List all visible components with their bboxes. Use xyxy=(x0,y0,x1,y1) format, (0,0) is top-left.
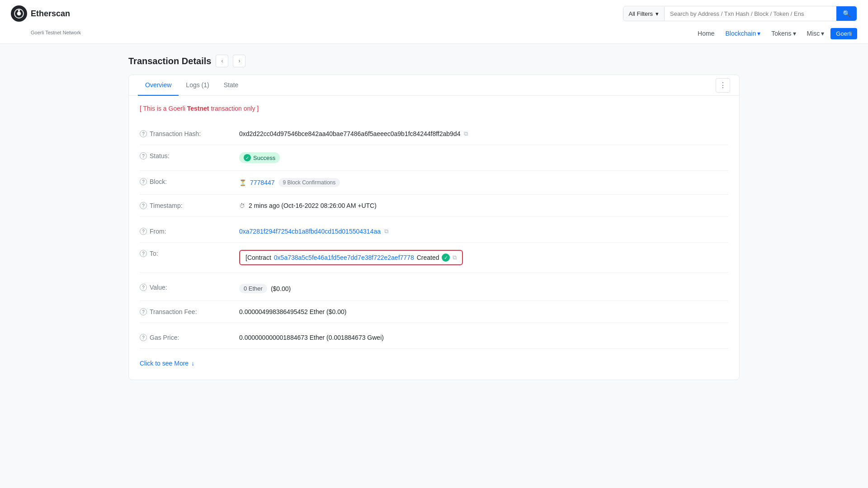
block-row: ? Block: ⏳ 7778447 9 Block Confirmations xyxy=(140,171,728,195)
filter-dropdown[interactable]: All Filters ▾ xyxy=(623,7,665,21)
contract-check-icon: ✓ xyxy=(442,253,450,262)
chevron-down-icon: ▾ xyxy=(656,10,659,17)
page-title: Transaction Details xyxy=(128,56,211,66)
timestamp-label: Timestamp: xyxy=(150,202,183,209)
logo-icon xyxy=(11,5,27,22)
value-usd: ($0.00) xyxy=(271,285,291,292)
nav-links: Home Blockchain ▾ Tokens ▾ Misc ▾ Goerli xyxy=(693,27,857,40)
gas-price-value: 0.000000000001884673 Ether (0.001884673 … xyxy=(239,334,384,341)
value-row: ? Value: 0 Ether ($0.00) xyxy=(140,277,728,301)
timestamp-row: ? Timestamp: ⏱ 2 mins ago (Oct-16-2022 0… xyxy=(140,195,728,217)
tab-overview[interactable]: Overview xyxy=(138,75,179,96)
nav-blockchain[interactable]: Blockchain ▾ xyxy=(721,27,765,40)
value-help-icon[interactable]: ? xyxy=(140,284,147,291)
main-content: Transaction Details ‹ › Overview Logs (1… xyxy=(118,44,750,391)
contract-prefix-text: [Contract xyxy=(245,254,271,261)
nav-home[interactable]: Home xyxy=(693,27,719,40)
search-container: All Filters ▾ 🔍 xyxy=(623,6,857,21)
block-confirmations-badge: 9 Block Confirmations xyxy=(278,178,340,187)
from-row: ? From: 0xa7281f294f7254cb1a8fbd40cd15d0… xyxy=(140,221,728,243)
tab-state[interactable]: State xyxy=(217,75,246,96)
tabs: Overview Logs (1) State ⋮ xyxy=(129,75,739,96)
tab-logs[interactable]: Logs (1) xyxy=(179,75,216,96)
fee-help-icon[interactable]: ? xyxy=(140,308,147,315)
from-label: From: xyxy=(150,228,166,235)
next-tx-button[interactable]: › xyxy=(233,55,245,67)
blockchain-chevron-icon: ▾ xyxy=(757,30,760,37)
arrow-right-icon: › xyxy=(238,58,240,64)
filter-label: All Filters xyxy=(629,10,653,17)
header-right: All Filters ▾ 🔍 xyxy=(623,6,857,21)
page-title-area: Transaction Details ‹ › xyxy=(128,55,740,67)
prev-tx-button[interactable]: ‹ xyxy=(216,55,228,67)
status-help-icon[interactable]: ? xyxy=(140,152,147,160)
to-contract-box: [Contract 0x5a738a5c5fe46a1fd5ee7dd7e38f… xyxy=(239,250,463,265)
search-button[interactable]: 🔍 xyxy=(836,6,857,21)
arrow-left-icon: ‹ xyxy=(221,58,223,64)
testnet-alert: [ This is a Goerli Testnet transaction o… xyxy=(140,105,728,112)
svg-point-2 xyxy=(18,9,20,11)
fee-row: ? Transaction Fee: 0.000004998386495452 … xyxy=(140,301,728,323)
nav-tokens[interactable]: Tokens ▾ xyxy=(767,27,800,40)
divider xyxy=(140,217,728,221)
logo[interactable]: Etherscan xyxy=(11,5,70,22)
svg-point-1 xyxy=(17,12,21,16)
timestamp-value: 2 mins ago (Oct-16-2022 08:26:00 AM +UTC… xyxy=(249,202,377,209)
tx-hash-row: ? Transaction Hash: 0xd2d22cc04d97546bce… xyxy=(140,123,728,145)
tx-hash-copy-icon[interactable]: ⧉ xyxy=(464,130,468,137)
from-address-link[interactable]: 0xa7281f294f7254cb1a8fbd40cd15d015504314… xyxy=(239,228,381,235)
block-label: Block: xyxy=(150,178,167,185)
timestamp-help-icon[interactable]: ? xyxy=(140,202,147,209)
status-row: ? Status: Success xyxy=(140,145,728,171)
tx-hash-help-icon[interactable]: ? xyxy=(140,130,147,137)
transaction-card: Overview Logs (1) State ⋮ [ This is a Go… xyxy=(128,75,740,380)
tx-hash-label: Transaction Hash: xyxy=(150,130,201,137)
hourglass-icon: ⏳ xyxy=(239,179,246,186)
more-options-button[interactable]: ⋮ xyxy=(716,78,730,93)
clock-icon: ⏱ xyxy=(239,202,245,209)
from-copy-icon[interactable]: ⧉ xyxy=(384,228,388,235)
dots-icon: ⋮ xyxy=(719,81,726,89)
logo-text: Etherscan xyxy=(31,9,70,19)
block-number-link[interactable]: 7778447 xyxy=(250,179,275,186)
network-badge: Goerli Testnet Network xyxy=(31,30,81,37)
tx-hash-value: 0xd2d22cc04d97546bce842aa40bae77486a6f5a… xyxy=(239,130,460,137)
divider3 xyxy=(140,323,728,327)
gas-price-label: Gas Price: xyxy=(150,334,179,341)
card-body: [ This is a Goerli Testnet transaction o… xyxy=(129,96,739,380)
contract-address-link[interactable]: 0x5a738a5c5fe46a1fd5ee7dd7e38f722e2aef77… xyxy=(274,254,414,261)
to-help-icon[interactable]: ? xyxy=(140,250,147,257)
gas-price-row: ? Gas Price: 0.000000000001884673 Ether … xyxy=(140,327,728,349)
status-label: Status: xyxy=(150,152,170,160)
to-label: To: xyxy=(150,250,158,257)
misc-chevron-icon: ▾ xyxy=(821,30,824,37)
arrow-down-icon: ↓ xyxy=(191,360,194,367)
click-more-link[interactable]: Click to see More ↓ xyxy=(140,356,728,371)
block-help-icon[interactable]: ? xyxy=(140,178,147,185)
to-copy-icon[interactable]: ⧉ xyxy=(453,254,457,261)
gas-price-help-icon[interactable]: ? xyxy=(140,334,147,341)
divider2 xyxy=(140,273,728,277)
value-label: Value: xyxy=(150,284,167,291)
to-row: ? To: [Contract 0x5a738a5c5fe46a1fd5ee7d… xyxy=(140,243,728,273)
ether-amount-badge: 0 Ether xyxy=(239,284,267,293)
search-icon: 🔍 xyxy=(843,10,850,17)
tokens-chevron-icon: ▾ xyxy=(793,30,796,37)
network-button[interactable]: Goerli xyxy=(830,28,857,39)
status-badge: Success xyxy=(239,152,280,163)
contract-suffix-text: Created xyxy=(417,254,439,261)
fee-value: 0.000004998386495452 Ether ($0.00) xyxy=(239,308,346,315)
search-input[interactable] xyxy=(665,7,836,21)
nav-misc[interactable]: Misc ▾ xyxy=(802,27,829,40)
click-more-text: Click to see More xyxy=(140,360,189,367)
from-help-icon[interactable]: ? xyxy=(140,228,147,235)
fee-label: Transaction Fee: xyxy=(150,308,197,315)
